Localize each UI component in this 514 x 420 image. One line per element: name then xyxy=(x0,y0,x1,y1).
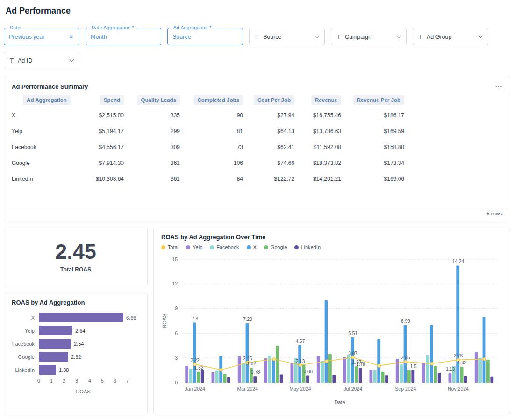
column-header[interactable]: Quality Leads xyxy=(124,92,180,107)
bar-google[interactable] xyxy=(355,366,358,383)
hbar-bar[interactable] xyxy=(39,326,72,335)
bar-yelp[interactable] xyxy=(396,359,399,383)
bar-x[interactable] xyxy=(404,325,407,383)
bar-x[interactable] xyxy=(272,358,275,383)
legend-item-facebook[interactable]: Facebook xyxy=(210,244,239,250)
bar-facebook[interactable] xyxy=(347,355,350,383)
date-filter[interactable]: Date Previous year ✕ xyxy=(4,28,79,45)
column-header-chip[interactable]: Completed Jobs xyxy=(194,95,243,105)
column-header[interactable]: Completed Jobs xyxy=(180,92,243,107)
bar-linkedin[interactable] xyxy=(385,375,388,383)
column-header[interactable]: Spend xyxy=(82,92,124,107)
legend-item-linkedin[interactable]: LinkedIn xyxy=(294,244,321,250)
campaign-filter-dropdown[interactable]: T Campaign xyxy=(331,28,407,45)
source-filter-dropdown[interactable]: T Source xyxy=(249,28,325,45)
bar-x[interactable] xyxy=(377,339,380,383)
bar-yelp[interactable] xyxy=(291,363,294,383)
bar-linkedin[interactable] xyxy=(253,376,257,383)
bar-x[interactable] xyxy=(483,317,486,383)
date-aggregation-filter[interactable]: Date Aggregation * Month xyxy=(86,28,161,45)
legend-item-google[interactable]: Google xyxy=(264,244,287,250)
bar-linkedin[interactable] xyxy=(280,374,283,383)
bar-x[interactable] xyxy=(430,325,433,383)
bar-facebook[interactable] xyxy=(189,369,193,383)
hbar-bar[interactable] xyxy=(39,339,71,349)
bar-facebook[interactable] xyxy=(478,358,482,383)
bar-google[interactable] xyxy=(381,372,385,383)
bar-yelp[interactable] xyxy=(422,363,425,383)
clear-icon[interactable]: ✕ xyxy=(68,33,74,41)
bar-linkedin[interactable] xyxy=(306,376,309,383)
total-point[interactable] xyxy=(483,358,486,361)
more-options-icon[interactable]: ⋯ xyxy=(495,83,502,90)
hbar-bar[interactable] xyxy=(39,313,123,322)
bar-linkedin[interactable] xyxy=(438,373,441,383)
legend-item-yelp[interactable]: Yelp xyxy=(186,244,202,250)
total-point[interactable] xyxy=(430,363,433,365)
bar-yelp[interactable] xyxy=(449,373,452,383)
roas-by-ad-aggregation-panel: ROAS by Ad Aggregation X6.66Yelp2.64Face… xyxy=(4,292,148,415)
ad-group-filter-dropdown[interactable]: T Ad Group xyxy=(413,28,488,45)
total-point[interactable] xyxy=(325,360,328,363)
bar-linkedin[interactable] xyxy=(490,377,493,383)
bar-yelp[interactable] xyxy=(185,366,188,383)
bar-google[interactable] xyxy=(434,366,437,383)
bar-linkedin[interactable] xyxy=(201,370,204,383)
column-header[interactable]: Revenue xyxy=(294,92,341,107)
bar-linkedin[interactable] xyxy=(227,377,230,383)
bar-linkedin[interactable] xyxy=(411,370,414,383)
bar-yelp[interactable] xyxy=(212,372,215,383)
total-point[interactable] xyxy=(272,358,275,361)
legend-item-total[interactable]: Total xyxy=(161,244,178,250)
column-header-chip[interactable]: Spend xyxy=(100,95,124,105)
table-cell: 309 xyxy=(124,139,180,155)
bar-google[interactable] xyxy=(223,374,227,383)
bar-yelp[interactable] xyxy=(475,352,478,383)
bar-linkedin[interactable] xyxy=(464,376,467,383)
column-header[interactable]: Revenue Per Job xyxy=(341,92,404,107)
bar-google[interactable] xyxy=(407,370,411,383)
bar-facebook[interactable] xyxy=(400,364,403,383)
bar-x[interactable] xyxy=(325,300,328,383)
bar-yelp[interactable] xyxy=(370,370,373,383)
bar-google[interactable] xyxy=(276,346,279,383)
bar-yelp[interactable] xyxy=(238,356,241,383)
column-header-chip[interactable]: Cost Per Job xyxy=(254,95,294,105)
bar-x[interactable] xyxy=(193,323,196,383)
column-header-chip[interactable]: Ad Aggregation xyxy=(23,95,71,105)
bar-x[interactable] xyxy=(246,323,249,383)
bar-facebook[interactable] xyxy=(321,361,324,383)
bar-facebook[interactable] xyxy=(373,370,377,383)
ad-aggregation-filter[interactable]: Ad Aggregation * Source xyxy=(167,28,243,45)
column-header[interactable]: Ad Aggregation xyxy=(12,92,82,107)
total-point[interactable] xyxy=(351,356,354,359)
bar-google[interactable] xyxy=(328,354,332,383)
legend-item-x[interactable]: X xyxy=(247,244,257,250)
column-header[interactable]: Cost Per Job xyxy=(243,92,294,107)
hbar-category-label: LinkedIn xyxy=(12,367,39,373)
total-point[interactable] xyxy=(378,364,381,367)
bar-google[interactable] xyxy=(486,360,490,383)
column-header-chip[interactable]: Quality Leads xyxy=(137,95,180,105)
total-point[interactable] xyxy=(299,364,302,367)
ad-id-filter-dropdown[interactable]: T Ad ID xyxy=(4,52,79,69)
bar-google[interactable] xyxy=(460,367,464,383)
hbar-bar[interactable] xyxy=(39,365,56,375)
bar-facebook[interactable] xyxy=(426,355,429,383)
data-label: 7.3 xyxy=(192,316,198,321)
bar-linkedin[interactable] xyxy=(359,368,362,383)
column-header-chip[interactable]: Revenue Per Job xyxy=(353,95,404,105)
column-header-chip[interactable]: Revenue xyxy=(311,95,341,105)
hbar-bar[interactable] xyxy=(39,352,68,362)
bar-linkedin[interactable] xyxy=(332,375,336,383)
bar-yelp[interactable] xyxy=(264,358,267,383)
total-point[interactable] xyxy=(220,369,223,371)
bar-facebook[interactable] xyxy=(215,371,219,383)
x-tick-label: Jul 2024 xyxy=(343,386,362,392)
hbar-category-label: Yelp xyxy=(12,328,39,334)
bar-yelp[interactable] xyxy=(317,356,320,383)
total-point[interactable] xyxy=(404,360,407,363)
bar-yelp[interactable] xyxy=(343,357,346,383)
bar-google[interactable] xyxy=(197,372,200,383)
bar-facebook[interactable] xyxy=(242,363,245,383)
